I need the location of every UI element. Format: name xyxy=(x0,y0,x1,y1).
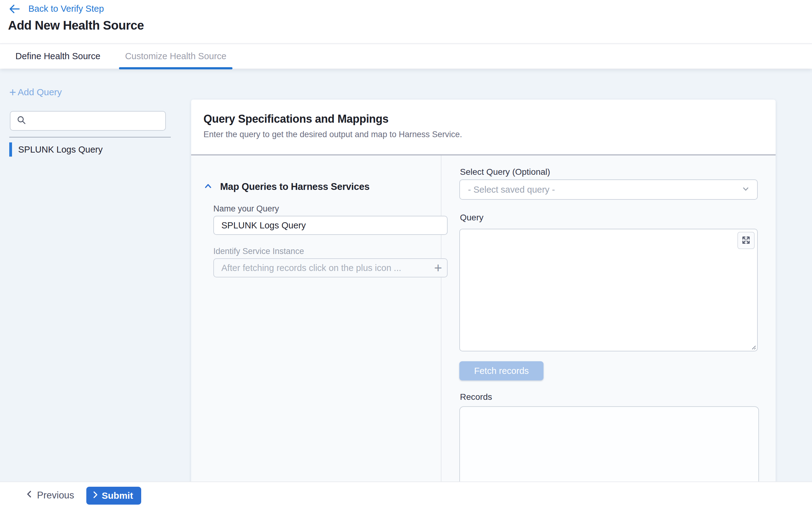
expand-query-button[interactable] xyxy=(737,232,755,249)
query-textarea[interactable] xyxy=(459,229,758,351)
chevron-left-icon xyxy=(26,490,33,501)
resize-grip-icon[interactable] xyxy=(750,343,756,350)
previous-label: Previous xyxy=(37,490,74,501)
active-tab-indicator xyxy=(119,67,233,69)
submit-label: Submit xyxy=(102,491,133,501)
query-label: Query xyxy=(460,213,483,222)
records-panel xyxy=(459,406,759,481)
fetch-records-button[interactable]: Fetch records xyxy=(459,361,544,380)
map-queries-title: Map Queries to Harness Services xyxy=(220,181,370,193)
health-source-tabbar: Define Health Source Customize Health So… xyxy=(0,43,812,69)
add-health-source-screen: Back to Verify Step Add New Health Sourc… xyxy=(0,0,812,508)
saved-query-select-value: - Select saved query - xyxy=(468,185,555,195)
page-title: Add New Health Source xyxy=(8,18,144,32)
back-to-verify-step-link[interactable]: Back to Verify Step xyxy=(9,4,104,14)
back-link-label: Back to Verify Step xyxy=(28,4,104,14)
map-queries-column: Map Queries to Harness Services Name you… xyxy=(191,155,441,481)
add-query-button[interactable]: + Add Query xyxy=(9,87,62,97)
query-search-box xyxy=(10,111,166,131)
select-query-label: Select Query (Optional) xyxy=(460,167,550,177)
tab-define-label: Define Health Source xyxy=(15,51,100,61)
selected-item-bar xyxy=(9,142,12,157)
card-body: Map Queries to Harness Services Name you… xyxy=(191,155,776,481)
search-icon xyxy=(16,115,27,127)
identify-service-instance-label: Identify Service Instance xyxy=(213,247,304,256)
query-name-input[interactable] xyxy=(213,216,447,235)
query-list-item-splunk-logs-query[interactable]: SPLUNK Logs Query xyxy=(9,142,171,157)
arrow-left-icon xyxy=(9,4,20,14)
query-editor xyxy=(459,229,758,351)
submit-button[interactable]: Submit xyxy=(86,487,141,505)
query-column: Select Query (Optional) - Select saved q… xyxy=(441,155,776,481)
saved-query-select[interactable]: - Select saved query - xyxy=(459,179,758,200)
card-subtitle: Enter the query to get the desired outpu… xyxy=(204,130,776,139)
name-your-query-label: Name your Query xyxy=(213,204,279,214)
card-header: Query Specifications and Mappings Enter … xyxy=(191,99,776,155)
service-instance-input[interactable] xyxy=(213,258,447,278)
footer-bar: Previous Submit xyxy=(0,481,812,508)
tab-customize-health-source[interactable]: Customize Health Source xyxy=(119,44,233,69)
previous-button[interactable]: Previous xyxy=(24,482,76,508)
tab-define-health-source[interactable]: Define Health Source xyxy=(15,44,100,69)
service-instance-plus-icon[interactable]: + xyxy=(434,261,442,274)
query-specifications-card: Query Specifications and Mappings Enter … xyxy=(191,99,776,481)
sidebar-divider xyxy=(9,137,171,137)
chevron-right-icon xyxy=(92,491,99,501)
service-instance-field: + xyxy=(213,258,447,278)
query-item-label: SPLUNK Logs Query xyxy=(18,144,103,155)
add-query-label: Add Query xyxy=(17,87,62,97)
chevron-down-icon xyxy=(741,184,750,195)
card-title: Query Specifications and Mappings xyxy=(191,99,776,125)
records-label: Records xyxy=(460,392,492,402)
maximize-icon xyxy=(741,236,751,246)
content-area: + Add Query SPLUNK Logs Query Query Spec… xyxy=(0,69,812,481)
tab-customize-label: Customize Health Source xyxy=(125,51,226,61)
plus-icon: + xyxy=(9,88,16,97)
search-input[interactable] xyxy=(31,112,165,129)
chevron-up-icon xyxy=(204,181,213,192)
map-queries-accordion-toggle[interactable]: Map Queries to Harness Services xyxy=(204,181,370,193)
